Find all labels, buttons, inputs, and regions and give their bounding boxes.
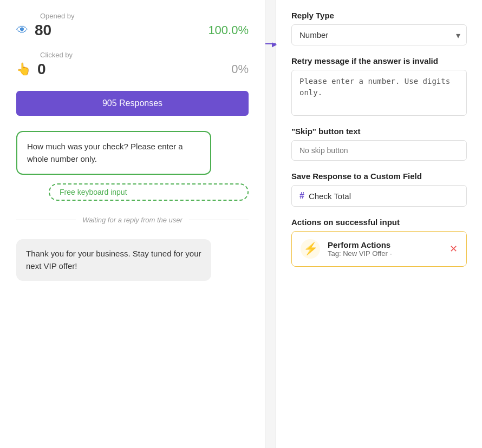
action-card: ⚡ Perform Actions Tag: New VIP Offer - ✕ (291, 231, 467, 267)
left-panel: Opened by 👁 80 100.0% Clicked by 👆 0 0% … (0, 0, 265, 448)
skip-button-group: "Skip" button text (291, 127, 467, 161)
clicked-count: 0 (37, 61, 46, 78)
actions-label: Actions on successful input (291, 218, 467, 227)
reply-type-label: Reply Type (291, 11, 467, 20)
action-subtitle: Tag: New VIP Offer - (328, 249, 442, 258)
action-text-block: Perform Actions Tag: New VIP Offer - (328, 240, 442, 258)
opened-stat-row: 👁 80 100.0% (16, 22, 249, 39)
clicked-label: Clicked by (40, 51, 73, 59)
hash-icon: # (299, 191, 304, 201)
retry-label: Retry message if the answer is invalid (291, 56, 467, 65)
opened-label-row: Opened by (36, 11, 249, 21)
responses-button[interactable]: 905 Responses (16, 91, 249, 116)
skip-label: "Skip" button text (291, 127, 467, 136)
action-title: Perform Actions (328, 240, 442, 249)
retry-textarea[interactable]: Please enter a number. Use digits only. (291, 70, 467, 116)
lightning-icon: ⚡ (301, 239, 320, 259)
actions-group: Actions on successful input ⚡ Perform Ac… (291, 218, 467, 267)
opened-percent: 100.0% (208, 23, 249, 37)
chat-message: How much was your check? Please enter a … (27, 142, 183, 163)
eye-icon: 👁 (16, 23, 28, 37)
retry-message-group: Retry message if the answer is invalid P… (291, 56, 467, 116)
right-panel: Reply Type Number Text Email Phone ▾ Ret… (276, 0, 482, 448)
hand-icon: 👆 (16, 62, 31, 76)
thank-you-bubble: Thank you for your business. Stay tuned … (16, 239, 211, 281)
clicked-stat-row: 👆 0 0% (16, 61, 249, 78)
custom-field-value: Check Total (309, 192, 351, 201)
action-close-button[interactable]: ✕ (450, 243, 458, 255)
custom-field-input[interactable]: # Check Total (291, 185, 467, 207)
connector-area: ▶ (265, 0, 276, 448)
waiting-divider: Waiting for a reply from the user (16, 216, 249, 224)
reply-type-select-wrapper: Number Text Email Phone ▾ (291, 24, 467, 45)
opened-count: 80 (35, 22, 51, 39)
clicked-percent: 0% (231, 62, 249, 76)
custom-field-group: Save Response to a Custom Field # Check … (291, 172, 467, 207)
reply-type-group: Reply Type Number Text Email Phone ▾ (291, 11, 467, 45)
keyboard-input-label: Free keyboard input (49, 183, 249, 201)
thank-you-message: Thank you for your business. Stay tuned … (26, 249, 201, 271)
clicked-label-row: Clicked by (36, 50, 249, 60)
skip-input[interactable] (291, 140, 467, 161)
waiting-label: Waiting for a reply from the user (82, 216, 183, 224)
opened-label: Opened by (40, 12, 75, 20)
custom-field-label: Save Response to a Custom Field (291, 172, 467, 181)
chat-bubble: How much was your check? Please enter a … (16, 131, 211, 175)
reply-type-select[interactable]: Number Text Email Phone (291, 24, 467, 45)
